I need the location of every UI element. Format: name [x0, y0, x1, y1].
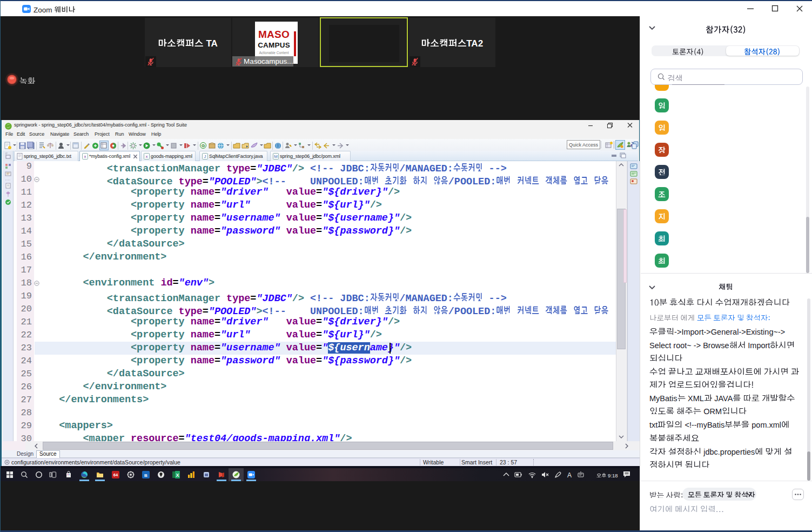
svg-text:64: 64 — [113, 473, 118, 477]
svg-text:x: x — [146, 154, 148, 159]
svg-text:G: G — [202, 143, 205, 148]
svg-text:B: B — [144, 473, 147, 478]
svg-text:x: x — [84, 154, 86, 159]
svg-text:A: A — [567, 471, 572, 478]
svg-text:J: J — [204, 154, 206, 159]
svg-text:M: M — [274, 154, 278, 159]
svg-text:X: X — [176, 473, 179, 478]
